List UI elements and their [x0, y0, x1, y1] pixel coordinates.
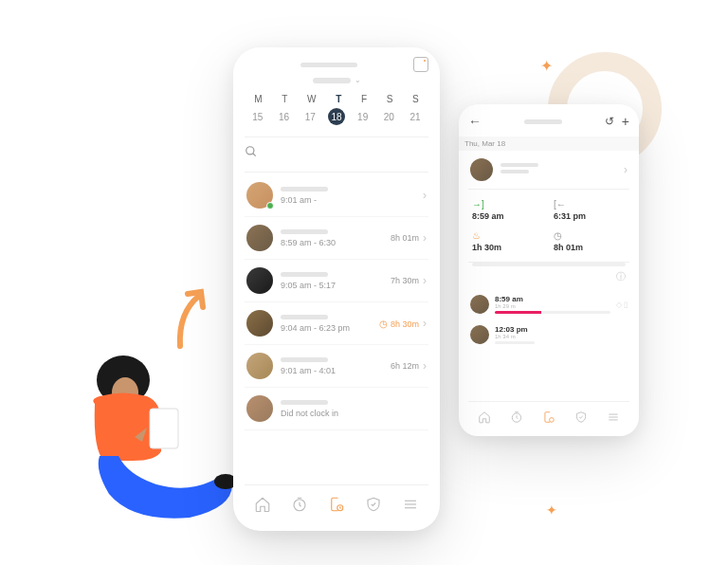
date-label: Thu, Mar 18	[459, 137, 639, 151]
tab-bar	[245, 484, 428, 518]
avatar	[470, 158, 493, 181]
tab-timer[interactable]	[290, 495, 309, 514]
tab-timesheet[interactable]	[541, 410, 556, 425]
header-bar	[245, 61, 428, 68]
chevron-down-icon: ⌄	[355, 76, 361, 84]
stat-total: ◷ 8h 01m	[554, 230, 626, 252]
clock-out-icon: [←	[554, 199, 626, 210]
tab-home[interactable]	[253, 495, 272, 514]
chevron-right-icon: ›	[423, 359, 427, 373]
search-input[interactable]	[245, 145, 428, 162]
phone-main: ⌄ MTWTFSS 15 16 17 18 19 20 21 9:01 am -…	[233, 47, 440, 531]
time-entry[interactable]: 12:03 pm 1h 34 m	[468, 319, 629, 350]
chevron-right-icon: ›	[624, 163, 628, 176]
date-19[interactable]: 19	[355, 108, 372, 125]
tab-home[interactable]	[477, 410, 492, 425]
employee-list: 9:01 am - › 8:59 am - 6:30 8h 01m› 9:05 …	[245, 174, 428, 484]
tab-menu[interactable]	[401, 495, 420, 514]
status-dot-online	[266, 202, 274, 210]
svg-point-4	[246, 147, 254, 155]
svg-point-12	[550, 418, 555, 423]
info-icon[interactable]: ⓘ	[468, 270, 629, 283]
clock-in-icon: →]	[472, 199, 544, 210]
entry-icons: ◇ ▯	[616, 301, 628, 309]
avatar	[470, 295, 489, 314]
chevron-right-icon: ›	[423, 231, 427, 245]
tab-timer[interactable]	[509, 410, 524, 425]
list-item[interactable]: 9:01 am - ›	[245, 174, 428, 217]
tab-shield[interactable]	[573, 410, 589, 425]
search-icon	[245, 145, 258, 158]
week-dates[interactable]: 15 16 17 18 19 20 21	[245, 108, 428, 125]
list-item[interactable]: 8:59 am - 6:30 8h 01m›	[245, 217, 428, 260]
date-17[interactable]: 17	[301, 108, 318, 125]
stat-break: ♨ 1h 30m	[472, 230, 544, 252]
week-header: MTWTFSS	[245, 94, 428, 104]
avatar	[246, 225, 273, 251]
avatar	[246, 353, 273, 379]
phone-detail: ← ↺ + Thu, Mar 18 › →] 8:59 am [← 6:31 p…	[459, 104, 639, 436]
calendar-icon[interactable]	[413, 57, 428, 72]
clock-icon: ◷	[554, 230, 626, 241]
sparkle-icon: ✦	[546, 502, 557, 518]
sparkle-icon: ✦	[540, 57, 553, 75]
date-21[interactable]: 21	[407, 108, 424, 125]
detail-header: ← ↺ +	[468, 114, 629, 129]
tab-bar	[468, 401, 629, 427]
chevron-right-icon: ›	[423, 317, 427, 330]
employee-detail-row[interactable]: ›	[468, 151, 629, 190]
tab-timesheet[interactable]	[327, 495, 346, 514]
list-item[interactable]: 9:05 am - 5:17 7h 30m›	[245, 260, 428, 302]
date-16[interactable]: 16	[276, 108, 293, 125]
add-button[interactable]: +	[622, 114, 629, 129]
title-placeholder	[300, 63, 357, 67]
avatar	[246, 395, 273, 422]
avatar	[246, 267, 273, 294]
avatar	[470, 325, 489, 344]
avatar	[246, 182, 273, 209]
back-button[interactable]: ←	[468, 114, 482, 129]
tab-shield[interactable]	[364, 495, 383, 514]
svg-line-5	[253, 154, 256, 156]
illustration-person	[66, 337, 237, 527]
chevron-right-icon: ›	[423, 189, 427, 202]
tab-menu[interactable]	[606, 410, 621, 425]
stat-clock-out: [← 6:31 pm	[554, 199, 626, 221]
break-icon: ♨	[472, 230, 544, 241]
time-entry[interactable]: 8:59 am 1h 29 m ◇ ▯	[468, 289, 629, 319]
stat-clock-in: →] 8:59 am	[472, 199, 544, 221]
filter-dropdown[interactable]: ⌄	[245, 76, 428, 84]
stats-row: →] 8:59 am [← 6:31 pm	[468, 190, 629, 230]
date-18-selected[interactable]: 18	[328, 108, 345, 125]
svg-rect-2	[150, 409, 178, 448]
list-item[interactable]: 9:01 am - 4:01 6h 12m›	[245, 345, 428, 388]
progress-bar	[472, 263, 626, 266]
date-20[interactable]: 20	[380, 108, 397, 125]
list-item[interactable]: 9:04 am - 6:23 pm ◷ 8h 30m›	[245, 302, 428, 345]
date-15[interactable]: 15	[249, 108, 266, 125]
avatar	[246, 310, 273, 337]
stats-row-2: ♨ 1h 30m ◷ 8h 01m	[468, 230, 629, 263]
chevron-right-icon: ›	[423, 274, 427, 287]
list-item[interactable]: Did not clock in	[245, 388, 428, 430]
clock-icon: ◷	[379, 319, 388, 329]
history-icon[interactable]: ↺	[605, 115, 614, 128]
